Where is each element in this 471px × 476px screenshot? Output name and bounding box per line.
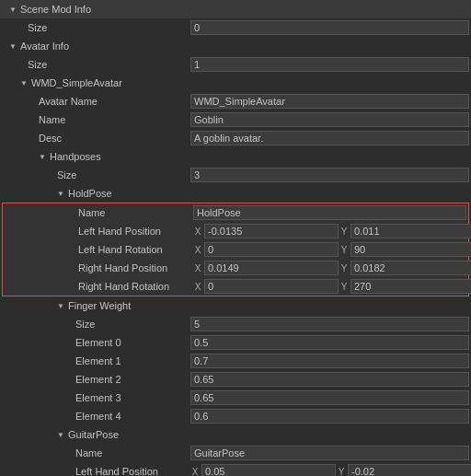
left-hand-rotation-row: Left Hand Rotation X Y Z (3, 240, 468, 259)
finger-weight-label: Finger Weight (68, 300, 131, 311)
right-hand-rotation-xyz: X Y Z (193, 279, 471, 294)
lhr-y-label: Y (339, 245, 349, 255)
handposes-size-input[interactable] (190, 168, 469, 182)
avatar-name-label: Avatar Name (39, 96, 98, 107)
scene-mod-info-size-row: Size (0, 18, 471, 37)
element3-label: Element 3 (75, 392, 121, 403)
element4-label: Element 4 (75, 411, 121, 422)
name-input[interactable] (190, 112, 469, 127)
finger-weight-header[interactable]: ▼ Finger Weight (0, 296, 471, 315)
element3-input[interactable] (190, 390, 469, 405)
finger-weight-triangle[interactable]: ▼ (57, 302, 68, 310)
guitarpose-label: GuitarPose (68, 429, 119, 440)
right-hand-position-xyz: X Y Z (193, 261, 471, 275)
holdpose-label: HoldPose (68, 188, 112, 199)
avatar-info-triangle[interactable]: ▼ (9, 42, 20, 51)
desc-input[interactable] (190, 131, 469, 145)
glhp-x-input[interactable] (201, 464, 336, 476)
avatar-info-size-input[interactable] (190, 57, 469, 72)
holdpose-name-label: Name (78, 207, 105, 218)
avatar-info-size-row: Size (0, 55, 471, 74)
left-hand-rotation-xyz: X Y Z (193, 242, 471, 257)
right-hand-rotation-label: Right Hand Rotation (78, 281, 169, 292)
lhp-x-label: X (193, 226, 202, 237)
scene-mod-info-label: Scene Mod Info (20, 4, 91, 15)
rhr-y-input[interactable] (350, 279, 471, 294)
avatar-info-label: Avatar Info (20, 41, 69, 52)
rhr-x-label: X (193, 282, 202, 292)
element3-row: Element 3 (0, 389, 471, 407)
holdpose-name-row: Name (3, 203, 468, 222)
wmd-avatar-label: WMD_SimpleAvatar (31, 77, 122, 88)
guitarpose-lhp-xyz: X Y Z (190, 464, 471, 476)
avatar-name-row: Avatar Name (0, 92, 471, 110)
finger-weight-size-label: Size (75, 319, 95, 330)
guitarpose-lhp-label: Left Hand Position (75, 466, 158, 476)
holdpose-name-input[interactable] (193, 205, 466, 220)
element2-row: Element 2 (0, 370, 471, 389)
scene-mod-info-size-input[interactable] (190, 20, 469, 35)
glhp-y-label: Y (337, 467, 346, 477)
finger-weight-size-input[interactable] (190, 317, 469, 331)
holdpose-triangle[interactable]: ▼ (57, 190, 68, 198)
finger-weight-size-row: Size (0, 315, 471, 333)
avatar-name-input[interactable] (190, 94, 469, 109)
element2-input[interactable] (190, 372, 469, 387)
right-hand-position-row: Right Hand Position X Y Z (3, 259, 468, 277)
guitarpose-name-row: Name (0, 444, 471, 462)
handposes-triangle[interactable]: ▼ (39, 153, 50, 161)
right-hand-rotation-row: Right Hand Rotation X Y Z (3, 277, 468, 296)
handposes-label: Handposes (50, 151, 101, 162)
lhr-y-input[interactable] (350, 242, 471, 257)
lhp-y-input[interactable] (350, 224, 471, 238)
right-hand-position-label: Right Hand Position (78, 262, 167, 273)
element4-input[interactable] (190, 409, 469, 424)
element0-label: Element 0 (75, 337, 121, 348)
holdpose-section: Name Left Hand Position X Y Z (2, 203, 469, 296)
guitarpose-triangle[interactable]: ▼ (57, 431, 68, 439)
rhp-x-label: X (193, 263, 202, 273)
lhp-y-label: Y (339, 226, 349, 237)
guitarpose-name-label: Name (75, 447, 102, 459)
wmd-avatar-triangle[interactable]: ▼ (20, 79, 31, 87)
scene-mod-info-size-label: Size (28, 22, 47, 33)
rhp-y-input[interactable] (350, 261, 471, 275)
avatar-info-size-label: Size (28, 59, 47, 70)
element1-row: Element 1 (0, 352, 471, 370)
handposes-header[interactable]: ▼ Handposes (0, 147, 471, 166)
guitarpose-header[interactable]: ▼ GuitarPose (0, 425, 471, 444)
desc-label: Desc (39, 133, 62, 144)
left-hand-rotation-label: Left Hand Rotation (78, 244, 163, 255)
name-row: Name (0, 110, 471, 129)
lhp-x-input[interactable] (204, 224, 339, 238)
left-hand-position-label: Left Hand Position (78, 226, 161, 237)
rhp-y-label: Y (339, 263, 349, 273)
rhr-y-label: Y (339, 282, 349, 292)
rhp-x-input[interactable] (204, 261, 339, 275)
handposes-size-row: Size (0, 166, 471, 184)
scene-mod-info-triangle[interactable]: ▼ (9, 6, 20, 14)
desc-row: Desc (0, 129, 471, 147)
rhr-x-input[interactable] (204, 279, 339, 294)
element0-input[interactable] (190, 335, 469, 350)
lhr-x-label: X (193, 245, 202, 255)
wmd-avatar-header[interactable]: ▼ WMD_SimpleAvatar (0, 74, 471, 92)
lhr-x-input[interactable] (204, 242, 339, 257)
element1-input[interactable] (190, 354, 469, 368)
left-hand-position-xyz: X Y Z (193, 224, 471, 238)
element1-label: Element 1 (75, 355, 121, 366)
holdpose-header[interactable]: ▼ HoldPose (0, 184, 471, 203)
glhp-x-label: X (190, 467, 200, 477)
element0-row: Element 0 (0, 333, 471, 352)
left-hand-position-row: Left Hand Position X Y Z (3, 222, 468, 240)
scene-mod-info-header[interactable]: ▼ Scene Mod Info (0, 0, 471, 18)
guitarpose-lhp-row: Left Hand Position X Y Z (0, 462, 471, 476)
glhp-y-input[interactable] (348, 464, 471, 476)
handposes-size-label: Size (57, 169, 76, 180)
avatar-info-header[interactable]: ▼ Avatar Info (0, 37, 471, 55)
name-label: Name (39, 114, 65, 125)
guitarpose-name-input[interactable] (190, 446, 469, 460)
element4-row: Element 4 (0, 407, 471, 425)
element2-label: Element 2 (75, 374, 121, 385)
